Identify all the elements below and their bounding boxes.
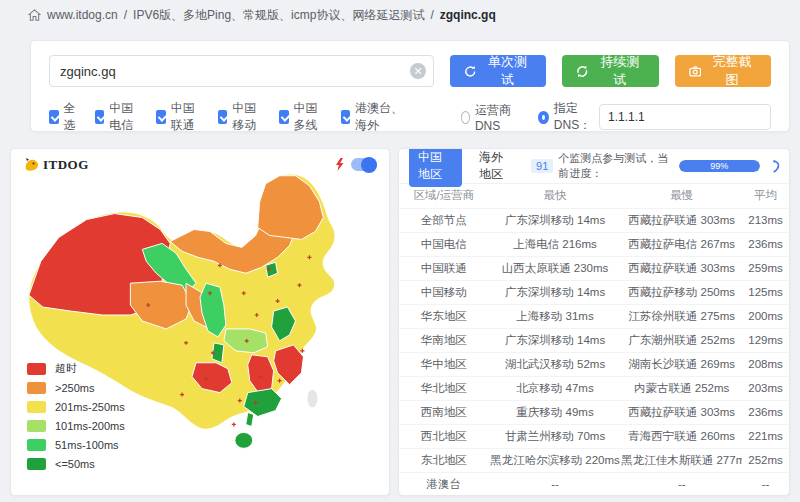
breadcrumb-current: zgqinc.gq	[440, 8, 496, 22]
table-row: 华东地区上海移动 31ms江苏徐州联通 275ms200ms	[399, 304, 789, 328]
cell-average: 236ms	[742, 400, 789, 424]
checkbox-checked-icon	[95, 110, 104, 124]
cell-slowest: 湖南长沙联通 269ms	[621, 352, 742, 376]
radio-selected-icon	[538, 111, 549, 124]
full-screenshot-button[interactable]: 完整截图	[675, 55, 771, 87]
continuous-test-button[interactable]: 持续测试	[562, 55, 658, 87]
cell-region: 华中地区	[399, 352, 489, 376]
cell-slowest: 西藏拉萨联通 303ms	[621, 400, 742, 424]
test-control-panel: ✕ 单次测试 持续测试 完整截图	[30, 40, 790, 132]
cell-region: 西北地区	[399, 424, 489, 448]
cell-region: 中国联通	[399, 256, 489, 280]
checkbox-china-unicom[interactable]: 中国联通	[156, 100, 202, 134]
cell-average: 252ms	[742, 448, 789, 472]
cell-slowest: 江苏徐州联通 275ms	[621, 304, 742, 328]
col-average: 平均	[742, 184, 789, 208]
table-row: 东北地区黑龙江哈尔滨移动 220ms黑龙江佳木斯联通 277ms252ms	[399, 448, 789, 472]
loading-spinner-icon	[766, 158, 782, 175]
cell-average: 200ms	[742, 304, 789, 328]
table-header-row: 区域/运营商 最快 最慢 平均	[399, 184, 789, 208]
table-row: 华南地区广东深圳移动 14ms广东潮州联通 252ms129ms	[399, 328, 789, 352]
cell-region: 西南地区	[399, 400, 489, 424]
single-test-button[interactable]: 单次测试	[450, 55, 546, 87]
itdog-logo: ITDOG	[23, 157, 89, 173]
cell-slowest: 西藏拉萨移动 250ms	[621, 280, 742, 304]
dog-icon	[23, 157, 40, 173]
loop-icon	[576, 65, 588, 78]
breadcrumb-sep: /	[430, 8, 433, 22]
clear-input-icon[interactable]: ✕	[410, 63, 426, 79]
checkbox-china-telecom[interactable]: 中国电信	[95, 100, 141, 134]
col-slowest: 最慢	[621, 184, 742, 208]
map-mode-toggle[interactable]	[351, 158, 377, 171]
home-icon	[28, 9, 41, 22]
cell-fastest: --	[489, 472, 622, 496]
monitor-count-badge: 91	[531, 159, 553, 173]
checkbox-checked-icon	[156, 110, 165, 124]
cell-average: --	[742, 472, 789, 496]
checkbox-hmt-overseas[interactable]: 港澳台、海外	[341, 100, 404, 134]
radio-custom-dns[interactable]: 指定DNS：	[538, 100, 593, 134]
cell-fastest: 广东深圳移动 14ms	[489, 280, 622, 304]
checkbox-checked-icon	[49, 110, 59, 124]
cell-average: 203ms	[742, 376, 789, 400]
cell-slowest: --	[621, 472, 742, 496]
cell-fastest: 广东深圳移动 14ms	[489, 208, 622, 232]
progress-bar: 99%	[679, 160, 761, 172]
cell-region: 中国移动	[399, 280, 489, 304]
cell-fastest: 山西太原联通 230ms	[489, 256, 622, 280]
cell-average: 125ms	[742, 280, 789, 304]
cell-region: 中国电信	[399, 232, 489, 256]
legend-swatch	[27, 382, 46, 394]
legend-swatch	[27, 401, 46, 413]
cell-slowest: 内蒙古联通 252ms	[621, 376, 742, 400]
cell-average: 208ms	[742, 352, 789, 376]
table-row: 全部节点广东深圳移动 14ms西藏拉萨联通 303ms213ms	[399, 208, 789, 232]
target-host-input[interactable]	[49, 55, 434, 87]
cell-average: 221ms	[742, 424, 789, 448]
cell-slowest: 广东潮州联通 252ms	[621, 328, 742, 352]
breadcrumb: www.itdog.cn / IPV6版、多地Ping、常规版、icmp协议、网…	[0, 0, 800, 30]
legend-item: <=50ms	[27, 454, 125, 473]
dns-server-input[interactable]	[599, 104, 771, 130]
cell-slowest: 西藏拉萨电信 267ms	[621, 232, 742, 256]
refresh-icon	[464, 65, 476, 78]
cell-average: 129ms	[742, 328, 789, 352]
table-row: 中国电信上海电信 216ms西藏拉萨电信 267ms236ms	[399, 232, 789, 256]
radio-isp-dns[interactable]: 运营商DNS	[461, 102, 516, 133]
progress-label: 个监测点参与测试，当前进度：	[558, 151, 670, 181]
checkbox-checked-icon	[218, 110, 227, 124]
cell-slowest: 西藏拉萨联通 303ms	[621, 208, 742, 232]
results-panel: 中国地区 海外地区 91 个监测点参与测试，当前进度： 99% 区域/运营商 最…	[398, 148, 790, 496]
checkbox-china-mobile[interactable]: 中国移动	[218, 100, 264, 134]
legend-item: 超时	[27, 359, 125, 378]
china-latency-map-panel: ITDOG	[10, 148, 390, 496]
checkbox-china-multiline[interactable]: 中国多线	[279, 100, 325, 134]
cell-average: 236ms	[742, 232, 789, 256]
legend-item: >250ms	[27, 378, 125, 397]
breadcrumb-path[interactable]: IPV6版、多地Ping、常规版、icmp协议、网络延迟测试	[133, 7, 424, 24]
legend-swatch	[27, 363, 46, 375]
tab-overseas-region[interactable]: 海外地区	[470, 148, 523, 187]
cell-region: 华南地区	[399, 328, 489, 352]
progress-fill: 99%	[679, 160, 760, 172]
checkbox-select-all[interactable]: 全选	[49, 100, 80, 134]
cell-region: 港澳台	[399, 472, 489, 496]
cell-region: 东北地区	[399, 448, 489, 472]
cell-fastest: 甘肃兰州移动 70ms	[489, 424, 622, 448]
checkbox-checked-icon	[279, 110, 288, 124]
cell-fastest: 广东深圳移动 14ms	[489, 328, 622, 352]
cell-average: 213ms	[742, 208, 789, 232]
breadcrumb-site[interactable]: www.itdog.cn	[47, 8, 118, 22]
cell-fastest: 上海移动 31ms	[489, 304, 622, 328]
legend-item: 101ms-200ms	[27, 416, 125, 435]
legend-swatch	[27, 420, 46, 432]
table-row: 华北地区北京移动 47ms内蒙古联通 252ms203ms	[399, 376, 789, 400]
table-row: 西南地区重庆移动 49ms西藏拉萨联通 303ms236ms	[399, 400, 789, 424]
legend-item: 201ms-250ms	[27, 397, 125, 416]
radio-unselected-icon	[461, 111, 470, 124]
cell-slowest: 黑龙江佳木斯联通 277ms	[621, 448, 742, 472]
table-row: 中国移动广东深圳移动 14ms西藏拉萨移动 250ms125ms	[399, 280, 789, 304]
cell-fastest: 湖北武汉移动 52ms	[489, 352, 622, 376]
tab-china-region[interactable]: 中国地区	[409, 148, 462, 187]
